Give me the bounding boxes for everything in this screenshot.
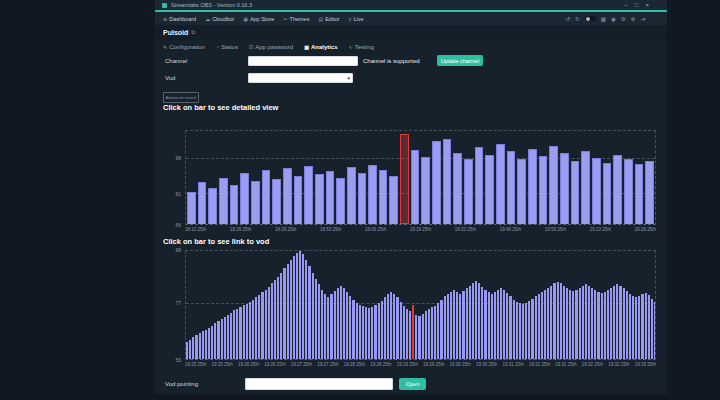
vod-bar[interactable] [384,297,386,359]
vod-bar[interactable] [648,295,650,359]
detail-bar[interactable] [251,181,260,224]
vod-bar[interactable] [641,294,643,359]
vod-bar[interactable] [365,307,367,359]
vod-bar[interactable] [607,290,609,359]
vod-bar[interactable] [283,268,285,359]
vod-bar[interactable] [217,321,219,359]
vod-bar[interactable] [271,283,273,359]
nav-item-app-store[interactable]: ▣ App Store [243,16,274,22]
vod-bar[interactable] [227,315,229,359]
vod-bar[interactable] [415,315,417,359]
vod-bar[interactable] [362,306,364,359]
tab-analytics[interactable]: ▦ Analytics [304,44,337,50]
vod-bar[interactable] [597,292,599,359]
detail-bar[interactable] [283,168,292,224]
detail-bar[interactable] [208,188,217,224]
vod-bar[interactable] [491,294,493,359]
vod-bar[interactable] [390,292,392,359]
vod-bar[interactable] [466,288,468,359]
vod-bar[interactable] [334,291,336,359]
vod-bar[interactable] [623,288,625,359]
vod-bar[interactable] [553,283,555,359]
vod-bar[interactable] [299,251,301,359]
detail-bar[interactable] [304,166,313,224]
detail-bar[interactable] [592,158,601,224]
vod-bar[interactable] [324,294,326,359]
vod-bar[interactable] [544,290,546,359]
vod-bar[interactable] [406,309,408,359]
detail-bar[interactable] [624,159,633,224]
vod-bar[interactable] [268,287,270,359]
tab-status[interactable]: ◔ Status [216,44,238,50]
detail-bar[interactable] [539,156,548,224]
detail-bar[interactable] [432,141,441,224]
vod-bar[interactable] [632,296,634,359]
vod-select[interactable]: ▾ [248,73,353,83]
theme-toggle[interactable] [585,16,596,21]
vod-bar[interactable] [296,253,298,359]
detail-bar[interactable] [453,153,462,224]
vod-bar[interactable] [516,302,518,359]
vod-bar[interactable] [588,286,590,359]
vod-bar[interactable] [186,342,188,359]
vod-bar[interactable] [509,296,511,359]
vod-bar[interactable] [252,300,254,359]
vod-bar[interactable] [293,256,295,359]
vod-bar-highlighted[interactable] [412,305,414,359]
vod-bar[interactable] [255,297,257,359]
vod-bar[interactable] [290,260,292,359]
vod-bar[interactable] [249,302,251,359]
vod-bar[interactable] [199,333,201,359]
channel-input[interactable] [248,56,358,66]
vod-bar[interactable] [261,292,263,359]
vod-bar[interactable] [447,294,449,359]
gear-icon[interactable]: ⚙ [621,16,626,22]
vod-bar[interactable] [277,277,279,359]
detail-bar[interactable] [485,155,494,224]
vod-bar[interactable] [469,286,471,359]
detail-bar[interactable] [219,178,228,225]
detail-bar[interactable] [603,163,612,224]
vod-bar[interactable] [547,288,549,359]
vod-bar[interactable] [594,290,596,359]
vod-bar[interactable] [472,283,474,359]
vod-bar[interactable] [356,303,358,359]
vod-bar[interactable] [531,299,533,359]
vod-bar[interactable] [579,288,581,359]
vod-bar[interactable] [560,283,562,359]
vod-bar[interactable] [374,305,376,359]
vod-bar[interactable] [503,290,505,359]
vod-bar[interactable] [629,294,631,359]
vod-bar[interactable] [484,290,486,359]
vod-bar[interactable] [651,299,653,359]
update-channel-button[interactable]: Update channel [437,55,483,66]
vod-bar[interactable] [387,294,389,359]
vod-bar[interactable] [422,314,424,359]
vod-bar[interactable] [506,293,508,359]
vod-bar[interactable] [368,308,370,359]
vod-bar[interactable] [236,309,238,359]
vod-pointing-input[interactable] [245,378,393,390]
help-icon[interactable]: ⊛ [631,16,636,22]
vod-bar[interactable] [500,288,502,359]
detail-bar[interactable] [187,192,196,224]
detail-bar[interactable] [272,179,281,224]
vod-bar[interactable] [346,292,348,359]
vod-bar[interactable] [541,292,543,359]
vod-bar[interactable] [371,307,373,359]
vod-bar[interactable] [450,292,452,359]
detail-bar[interactable] [549,146,558,224]
logout-icon[interactable]: ⇥ [640,16,645,22]
vod-bar[interactable] [393,294,395,359]
detail-bar[interactable] [517,159,526,224]
vod-bar[interactable] [233,310,235,359]
detail-bar[interactable] [496,144,505,224]
vod-bar[interactable] [453,290,455,359]
detail-bar[interactable] [528,149,537,224]
detail-bar[interactable] [240,173,249,224]
nav-item-editor[interactable]: ▤ Editor [318,16,339,22]
vod-bar[interactable] [619,286,621,359]
vod-bar[interactable] [513,300,515,359]
vod-bar[interactable] [478,283,480,359]
vod-bar[interactable] [591,288,593,359]
